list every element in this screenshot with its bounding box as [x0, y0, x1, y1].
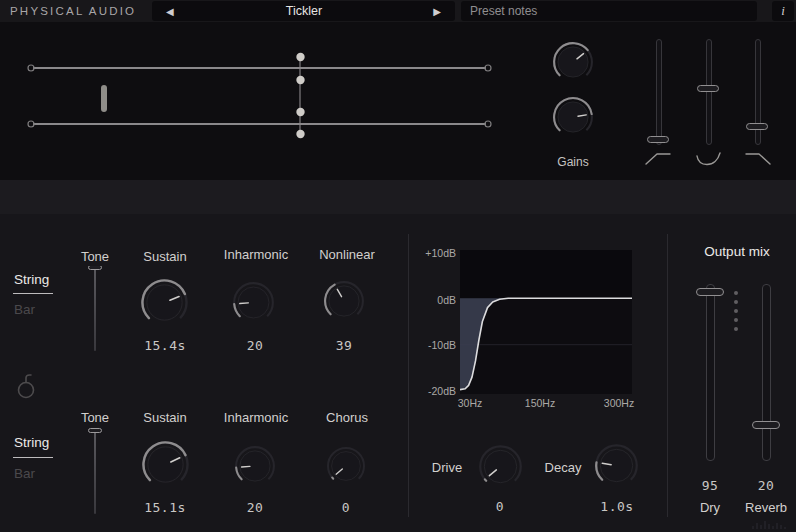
string2-tone-slider[interactable]: [86, 426, 103, 516]
preset-next-button[interactable]: ▶: [433, 6, 441, 17]
string2-type-string[interactable]: String: [14, 435, 49, 450]
string2-inharmonic-value: 20: [223, 500, 287, 515]
string-visualizer-panel: Gains: [0, 22, 796, 180]
string2-sustain-knob[interactable]: [141, 440, 190, 489]
section-divider: [408, 234, 409, 517]
section-divider: [667, 234, 668, 517]
watermark-waveform: [751, 517, 789, 532]
eq-xtick-30hz: 30Hz: [446, 397, 494, 409]
preset-notes-field[interactable]: Preset notes: [461, 1, 757, 21]
string1-type-string[interactable]: String: [14, 272, 49, 287]
preset-selector[interactable]: ◀ Tickler ▶: [152, 1, 455, 21]
string1-sustain-value: 15.4s: [133, 338, 197, 353]
eq-ytick-minus10: -10dB: [408, 339, 456, 351]
eq-ytick-plus10: +10dB: [408, 247, 456, 259]
exponential-curve-icon: [694, 151, 722, 166]
string2-type-bar[interactable]: Bar: [14, 466, 35, 481]
string1-nonlinear-label: Nonlinear: [312, 247, 382, 262]
reverb-label: Reverb: [735, 500, 796, 515]
dry-label: Dry: [690, 500, 730, 515]
string1-type-bar[interactable]: Bar: [14, 302, 35, 317]
string1-nonlinear-value: 39: [314, 338, 374, 353]
link-dots-indicator: [734, 291, 738, 331]
mod-slider-3[interactable]: [746, 37, 768, 147]
string2-inharmonic-label: Inharmonic: [221, 410, 291, 425]
info-icon: i: [781, 3, 785, 19]
string1-tone-label: Tone: [70, 249, 120, 264]
string1-nonlinear-knob[interactable]: [323, 280, 365, 322]
gain-2-knob[interactable]: [552, 96, 594, 138]
dry-slider[interactable]: [696, 282, 724, 463]
plugin-window: PHYSICAL AUDIO ◀ Tickler ▶ Preset notes …: [0, 0, 796, 532]
preset-prev-button[interactable]: ◀: [166, 6, 174, 17]
mod-slider-1[interactable]: [647, 37, 669, 147]
decay-label: Decay: [532, 460, 594, 475]
pluck-position-marker: [101, 85, 107, 112]
string2-type-underline: [13, 457, 53, 458]
string1-sustain-label: Sustain: [130, 249, 200, 264]
drive-value: 0: [470, 499, 530, 514]
rise-then-flat-curve-icon: [644, 151, 672, 166]
info-button[interactable]: i: [772, 1, 794, 21]
reverb-value: 20: [746, 478, 786, 493]
output-mix-title: Output mix: [686, 244, 788, 259]
brand-logo: PHYSICAL AUDIO: [10, 5, 136, 17]
string2-chorus-label: Chorus: [312, 410, 382, 425]
gain-1-knob[interactable]: [552, 41, 594, 83]
string2-chorus-knob[interactable]: [326, 446, 366, 486]
eq-ytick-0: 0dB: [408, 294, 456, 306]
tab-bar: String setup Rattle control Rattle On Ra…: [0, 180, 796, 214]
flat-then-fall-curve-icon: [744, 151, 772, 166]
eq-xtick-150hz: 150Hz: [516, 397, 564, 409]
drive-label: Drive: [416, 460, 478, 475]
reverb-slider[interactable]: [752, 282, 780, 463]
string2-tone-label: Tone: [70, 410, 120, 425]
eq-response-plot: [460, 250, 632, 394]
string1-sustain-knob[interactable]: [140, 278, 189, 327]
eq-ytick-minus20: -20dB: [408, 385, 456, 397]
decay-knob[interactable]: [594, 443, 639, 488]
string2-chorus-value: 0: [316, 500, 376, 515]
string1-inharmonic-value: 20: [223, 338, 287, 353]
top-bar: PHYSICAL AUDIO ◀ Tickler ▶ Preset notes …: [0, 0, 796, 22]
eq-xtick-300hz: 300Hz: [595, 397, 643, 409]
string2-inharmonic-knob[interactable]: [234, 445, 276, 487]
string1-inharmonic-label: Inharmonic: [221, 247, 291, 262]
string1-inharmonic-knob[interactable]: [232, 281, 275, 324]
string1-tone-slider[interactable]: [86, 264, 103, 353]
preset-name[interactable]: Tickler: [286, 4, 322, 18]
string2-sustain-value: 15.1s: [133, 500, 197, 515]
string1-type-underline: [13, 293, 53, 294]
mod-slider-2[interactable]: [697, 37, 719, 147]
gains-label: Gains: [543, 155, 603, 169]
string2-sustain-label: Sustain: [130, 410, 200, 425]
drive-knob[interactable]: [478, 444, 523, 489]
preset-notes-placeholder: Preset notes: [470, 4, 537, 18]
string-visualizer: [0, 22, 539, 180]
lock-icon[interactable]: [15, 373, 39, 399]
decay-value: 1.0s: [587, 499, 647, 514]
dry-value: 95: [690, 478, 730, 493]
